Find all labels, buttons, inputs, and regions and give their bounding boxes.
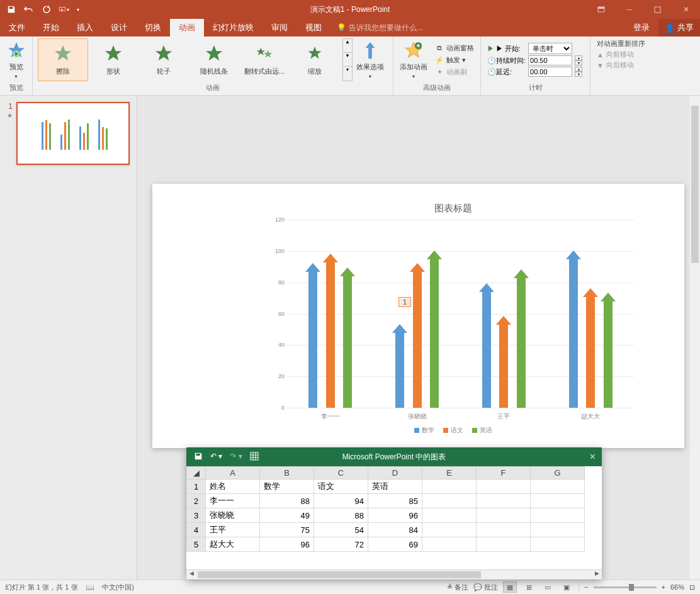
row-header[interactable]: 5	[187, 537, 206, 552]
cell[interactable]	[531, 537, 585, 552]
select-all-cell[interactable]: ◢	[187, 467, 206, 479]
duration-spinner[interactable]: ▴▾	[575, 55, 584, 65]
cell[interactable]	[422, 537, 477, 552]
cell[interactable]: 96	[260, 537, 314, 552]
gallery-more-icon[interactable]: ▾	[343, 67, 352, 81]
excel-undo-icon[interactable]: ↶ ▾	[210, 452, 222, 462]
zoom-in-button[interactable]: +	[662, 583, 665, 591]
cell[interactable]: 王平	[206, 523, 260, 537]
delay-input[interactable]	[528, 67, 572, 77]
ribbon-options-icon[interactable]	[587, 0, 615, 19]
excel-redo-icon[interactable]: ↷ ▾	[230, 452, 242, 462]
excel-grid-icon[interactable]	[250, 452, 259, 462]
tab-view[interactable]: 视图	[296, 19, 330, 36]
animation-indicator-icon[interactable]: ★	[5, 112, 13, 119]
cell[interactable]: 72	[314, 537, 368, 552]
zoom-level[interactable]: 66%	[670, 583, 684, 591]
excel-title-bar[interactable]: ↶ ▾ ↷ ▾ Microsoft PowerPoint 中的图表 ×	[186, 447, 602, 466]
col-header[interactable]: E	[422, 467, 477, 479]
sorter-view-button[interactable]: ⊞	[522, 581, 536, 593]
slide-thumbnails-panel[interactable]: 1 ★	[0, 96, 137, 580]
add-animation-button[interactable]: 添加动画▼	[396, 38, 431, 81]
tab-review[interactable]: 审阅	[262, 19, 296, 36]
anim-flip[interactable]: 翻转式由远...	[239, 38, 290, 81]
scroll-right-icon[interactable]: ▶	[592, 570, 602, 580]
spell-check-icon[interactable]: 📖	[86, 583, 94, 591]
start-select[interactable]: 单击时	[528, 43, 572, 54]
chart[interactable]: 图表标题 020406080100120 李一一张晓晓王平赵大大 数学语文英语	[272, 203, 634, 435]
maximize-button[interactable]	[643, 0, 672, 19]
delay-spinner[interactable]: ▴▾	[575, 67, 584, 77]
cell[interactable]: 88	[314, 508, 368, 523]
cell[interactable]	[422, 494, 477, 508]
cell[interactable]	[477, 523, 531, 537]
row-header[interactable]: 4	[187, 523, 206, 537]
cell[interactable]: 69	[368, 537, 422, 552]
cell[interactable]: 赵大大	[206, 537, 260, 552]
login-button[interactable]: 登录	[624, 19, 658, 36]
tab-slideshow[interactable]: 幻灯片放映	[204, 19, 262, 36]
animation-pane-button[interactable]: ⧉动画窗格	[432, 43, 477, 53]
animation-painter-button[interactable]: ✦动画刷	[432, 67, 477, 77]
cell[interactable]	[422, 508, 477, 523]
anim-random-bars[interactable]: 随机线条	[189, 38, 239, 81]
tell-me-search[interactable]: 💡告诉我您想要做什么...	[330, 19, 429, 36]
slide-count[interactable]: 幻灯片 第 1 张，共 1 张	[5, 583, 78, 592]
cell[interactable]: 54	[314, 523, 368, 537]
undo-icon[interactable]	[24, 4, 34, 14]
row-header[interactable]: 1	[187, 479, 206, 494]
cell[interactable]	[477, 508, 531, 523]
gallery-scroll[interactable]: ▲ ▼ ▾	[342, 38, 353, 81]
tab-transitions[interactable]: 切换	[136, 19, 170, 36]
gallery-up-icon[interactable]: ▲	[343, 39, 352, 53]
vertical-scrollbar[interactable]	[690, 96, 700, 580]
tab-file[interactable]: 文件	[0, 19, 34, 36]
row-header[interactable]: 2	[187, 494, 206, 508]
close-button[interactable]: ✕	[672, 0, 700, 19]
cell[interactable]: 英语	[368, 479, 422, 494]
animation-gallery[interactable]: 擦除 形状 轮子 随机线条 翻转式由远... 缩放 ▲ ▼ ▾ 效果选项▼	[35, 38, 390, 82]
slide-thumbnail-1[interactable]	[16, 102, 130, 165]
cell[interactable]: 85	[368, 494, 422, 508]
scroll-left-icon[interactable]: ◀	[186, 570, 196, 580]
tab-insert[interactable]: 插入	[68, 19, 102, 36]
tab-home[interactable]: 开始	[34, 19, 68, 36]
excel-save-icon[interactable]	[194, 452, 203, 462]
zoom-out-button[interactable]: −	[584, 583, 588, 591]
col-header[interactable]: B	[260, 467, 314, 479]
gallery-down-icon[interactable]: ▼	[343, 53, 352, 67]
tab-animations[interactable]: 动画	[170, 19, 204, 36]
cell[interactable]: 数学	[260, 479, 314, 494]
cell[interactable]	[422, 479, 477, 494]
preview-button[interactable]: 预览▼	[3, 38, 30, 81]
cell[interactable]: 李一一	[206, 494, 260, 508]
duration-input[interactable]	[528, 55, 572, 65]
cell[interactable]: 88	[260, 494, 314, 508]
slideshow-view-button[interactable]: ▣	[560, 581, 573, 593]
cell[interactable]: 94	[314, 494, 368, 508]
cell[interactable]	[531, 494, 585, 508]
col-header[interactable]: G	[531, 467, 585, 479]
start-from-beginning-icon[interactable]: ▾	[59, 4, 69, 14]
cell[interactable]	[422, 523, 477, 537]
zoom-slider[interactable]	[594, 586, 657, 588]
col-header[interactable]: F	[477, 467, 531, 479]
excel-close-button[interactable]: ×	[590, 451, 596, 462]
slide[interactable]: 图表标题 020406080100120 李一一张晓晓王平赵大大 数学语文英语	[152, 184, 684, 448]
cell[interactable]: 姓名	[206, 479, 260, 494]
col-header[interactable]: C	[314, 467, 368, 479]
effect-options-button[interactable]: 效果选项▼	[353, 38, 388, 81]
cell[interactable]	[531, 479, 585, 494]
anim-wheel[interactable]: 轮子	[138, 38, 189, 81]
trigger-button[interactable]: ⚡触发 ▾	[432, 55, 477, 65]
fit-to-window-button[interactable]: ⊡	[689, 583, 695, 591]
cell[interactable]	[477, 494, 531, 508]
animation-order-tag[interactable]: 1	[398, 297, 411, 307]
minimize-button[interactable]: ─	[615, 0, 643, 19]
tab-design[interactable]: 设计	[102, 19, 136, 36]
anim-shape[interactable]: 形状	[88, 38, 138, 81]
reading-view-button[interactable]: ▭	[541, 581, 555, 593]
comments-button[interactable]: 💬 批注	[473, 583, 498, 592]
redo-icon[interactable]	[42, 4, 52, 14]
qat-customize-icon[interactable]: ▾	[77, 7, 79, 13]
